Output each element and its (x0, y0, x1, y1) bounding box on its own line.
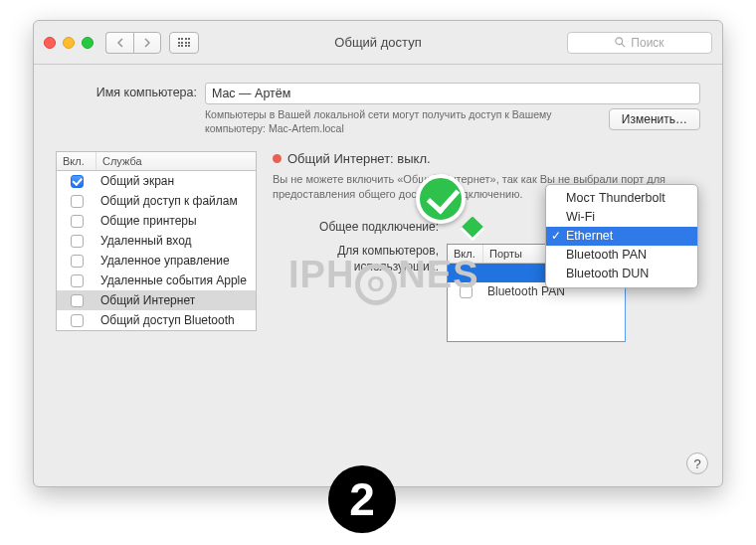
computer-name-hint: Компьютеры в Вашей локальной сети могут … (205, 108, 599, 135)
services-head-on: Вкл. (57, 152, 96, 170)
content: Имя компьютера: Компьютеры в Вашей локал… (34, 65, 722, 366)
help-button[interactable]: ? (686, 453, 708, 474)
service-checkbox[interactable] (71, 195, 84, 208)
service-checkbox[interactable] (71, 235, 84, 248)
service-row[interactable]: Общий доступ Bluetooth (57, 310, 256, 330)
services-table: Вкл. Служба Общий экранОбщий доступ к фа… (56, 151, 257, 331)
traffic-lights (44, 37, 94, 49)
computer-name-row: Имя компьютера: Компьютеры в Вашей локал… (56, 83, 700, 135)
titlebar: Общий доступ Поиск (34, 21, 722, 65)
port-checkbox[interactable] (460, 285, 472, 298)
zoom-icon[interactable] (82, 37, 94, 49)
svg-line-1 (622, 44, 625, 47)
port-head-name: Порты (483, 245, 528, 263)
service-name: Общий доступ Bluetooth (96, 313, 256, 327)
services-panel: Вкл. Служба Общий экранОбщий доступ к фа… (56, 151, 257, 352)
service-row[interactable]: Общий Интернет (57, 290, 256, 310)
service-checkbox[interactable] (71, 274, 84, 287)
show-all-button[interactable] (169, 32, 199, 54)
service-checkbox[interactable] (71, 215, 84, 228)
search-input[interactable]: Поиск (567, 32, 712, 54)
services-head-name: Служба (96, 152, 148, 170)
service-row[interactable]: Удаленные события Apple (57, 271, 256, 290)
close-icon[interactable] (44, 37, 56, 49)
to-ports-label: Для компьютеров, использующих: (273, 244, 447, 342)
preferences-window: Общий доступ Поиск Имя компьютера: Компь… (33, 20, 723, 487)
service-checkbox[interactable] (71, 294, 84, 307)
service-name: Общие принтеры (96, 214, 256, 228)
service-checkbox[interactable] (71, 175, 84, 188)
service-name: Удаленное управление (96, 254, 256, 268)
dropdown-item[interactable]: Мост Thunderbolt (546, 189, 697, 208)
dropdown-item[interactable]: Bluetooth PAN (546, 246, 697, 265)
share-from-dropdown[interactable]: Мост ThunderboltWi-FiEthernetBluetooth P… (545, 184, 698, 288)
service-name: Удаленный вход (96, 234, 256, 248)
search-placeholder: Поиск (631, 36, 663, 50)
service-name: Общий доступ к файлам (96, 194, 256, 208)
share-from-label: Общее подключение: (273, 220, 447, 234)
dropdown-item[interactable]: Ethernet (546, 227, 697, 246)
service-row[interactable]: Удаленное управление (57, 251, 256, 271)
service-row[interactable]: Общие принтеры (57, 211, 256, 231)
nav-buttons (105, 32, 161, 54)
service-checkbox[interactable] (71, 314, 84, 327)
service-checkbox[interactable] (71, 255, 84, 268)
computer-name-field[interactable] (205, 83, 700, 104)
svg-point-0 (616, 38, 623, 45)
back-button[interactable] (105, 32, 133, 54)
status-off-icon (273, 154, 282, 163)
forward-button[interactable] (133, 32, 161, 54)
service-row[interactable]: Удаленный вход (57, 231, 256, 251)
computer-name-label: Имя компьютера: (56, 83, 205, 99)
port-head-on: Вкл. (448, 245, 483, 263)
detail-panel: Общий Интернет: выкл. Вы не можете включ… (273, 151, 700, 352)
service-row[interactable]: Общий доступ к файлам (57, 191, 256, 211)
service-name: Общий Интернет (96, 293, 256, 307)
service-name: Удаленные события Apple (96, 273, 256, 287)
edit-button[interactable]: Изменить… (609, 108, 700, 130)
dropdown-item[interactable]: Wi-Fi (546, 208, 697, 227)
search-icon (615, 37, 626, 48)
service-name: Общий экран (96, 174, 256, 188)
grid-icon (178, 38, 191, 47)
step-badge: 2 (328, 465, 396, 533)
detail-title: Общий Интернет: выкл. (287, 151, 431, 166)
service-row[interactable]: Общий экран (57, 171, 256, 191)
main-panel: Вкл. Служба Общий экранОбщий доступ к фа… (56, 151, 700, 352)
dropdown-item[interactable]: Bluetooth DUN (546, 265, 697, 283)
minimize-icon[interactable] (63, 37, 75, 49)
